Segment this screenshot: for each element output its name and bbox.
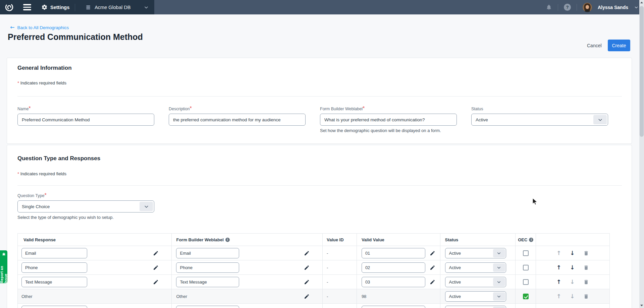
table-row: - Active ↑ ↓ — [18, 246, 609, 260]
required-note: * Indicates required fields — [17, 80, 66, 85]
weblabel-field: Form Builder Weblabel* Set how the demog… — [320, 106, 457, 133]
back-link[interactable]: ← Back to All Demographics — [10, 25, 69, 30]
oec-checkbox[interactable] — [523, 265, 529, 270]
chevron-down-icon — [144, 204, 149, 209]
nav-divider — [558, 4, 558, 11]
weblabel-input[interactable] — [176, 306, 239, 308]
edit-icon[interactable] — [153, 250, 159, 256]
valid-value-input[interactable] — [362, 262, 425, 273]
weblabel-input[interactable] — [176, 262, 239, 273]
chevron-down-icon — [496, 265, 501, 270]
chevron-down-icon — [597, 117, 603, 123]
delete-icon[interactable] — [583, 250, 589, 256]
header-oec: OECi — [516, 234, 536, 246]
divider — [17, 96, 622, 97]
chevron-down-icon[interactable] — [634, 5, 639, 10]
weblabel-input[interactable] — [176, 277, 239, 287]
delete-icon[interactable] — [583, 294, 589, 299]
description-input[interactable] — [169, 114, 306, 126]
row-status-select[interactable]: Active — [445, 277, 506, 287]
report-issue-tab[interactable]: Report an Issue — [0, 250, 7, 283]
section-heading: Question Type and Responses — [17, 155, 100, 162]
cancel-button[interactable]: Cancel — [584, 40, 604, 51]
question-type-card: Question Type and Responses * Indicates … — [7, 145, 632, 308]
valid-response-input[interactable] — [21, 262, 87, 273]
valid-response-input[interactable] — [21, 306, 87, 308]
required-note: * Indicates required fields — [17, 171, 66, 176]
create-button[interactable]: Create — [608, 40, 630, 51]
scrollbar-thumb[interactable] — [640, 6, 644, 137]
edit-icon[interactable] — [430, 265, 435, 270]
name-input[interactable] — [17, 114, 154, 126]
vertical-scrollbar[interactable] — [639, 0, 644, 308]
delete-icon[interactable] — [583, 265, 589, 270]
select-button — [140, 202, 153, 211]
oec-checkbox[interactable] — [523, 294, 529, 299]
nav-divider — [577, 4, 577, 11]
delete-icon[interactable] — [583, 279, 589, 285]
database-selector[interactable]: Acme Global DB — [80, 4, 154, 10]
select-button — [493, 263, 505, 272]
valid-value-input[interactable] — [362, 248, 425, 258]
row-status-select[interactable]: Active — [445, 262, 506, 273]
nav-settings[interactable]: Settings — [41, 4, 69, 10]
oec-checkbox[interactable] — [523, 250, 529, 256]
status-label: Status — [471, 107, 483, 111]
status-select-value: Active — [476, 117, 488, 122]
table-row: - Active ↑ ↓ — [18, 260, 609, 275]
valid-response-input[interactable] — [21, 277, 87, 287]
responses-table: Valid Response Form Builder Weblabeli Va… — [17, 233, 610, 308]
name-field: Name* — [17, 106, 154, 126]
table-row-other: Other Other - 98 Active ↑ ↓ — [18, 289, 609, 304]
weblabel-input[interactable] — [320, 114, 457, 126]
valid-value-static: 98 — [357, 289, 440, 303]
chevron-down-icon — [496, 251, 501, 256]
chevron-down-icon — [144, 5, 149, 10]
weblabel-static: Other — [176, 294, 187, 299]
database-icon — [85, 4, 91, 10]
weblabel-input[interactable] — [176, 248, 239, 258]
back-arrow-icon: ← — [10, 25, 14, 30]
edit-icon[interactable] — [153, 265, 159, 270]
question-type-select[interactable]: Single Choice — [17, 200, 154, 212]
value-id-cell — [323, 304, 357, 308]
row-status-select[interactable]: Active — [445, 291, 506, 302]
edit-icon[interactable] — [304, 279, 310, 285]
edit-icon[interactable] — [153, 279, 159, 285]
scroll-up-arrow-icon[interactable] — [640, 2, 643, 3]
move-down-icon[interactable]: ↓ — [570, 265, 575, 270]
info-icon[interactable]: i — [225, 238, 230, 242]
edit-icon[interactable] — [430, 279, 435, 285]
value-id-cell: - — [323, 275, 357, 289]
info-icon[interactable]: i — [529, 238, 533, 242]
move-down-icon[interactable]: ↓ — [570, 250, 575, 256]
row-status-select[interactable]: Active — [445, 248, 506, 258]
move-up-icon[interactable]: ↑ — [556, 279, 561, 285]
weblabel-label: Form Builder Weblabel — [320, 107, 363, 111]
move-down-icon: ↓ — [570, 294, 575, 299]
move-up-icon[interactable]: ↑ — [556, 265, 561, 270]
user-name[interactable]: Alyssa Sands — [598, 5, 628, 10]
report-issue-label: Report an Issue — [0, 257, 8, 283]
scroll-down-arrow-icon[interactable] — [640, 305, 643, 306]
valid-response-input[interactable] — [21, 248, 87, 258]
user-avatar[interactable] — [583, 3, 592, 12]
edit-icon[interactable] — [304, 265, 310, 270]
valid-value-input[interactable] — [362, 277, 425, 287]
edit-icon[interactable] — [430, 250, 435, 256]
table-row: - Active ↑ ↓ — [18, 275, 609, 289]
valid-value-input[interactable] — [362, 306, 425, 308]
back-link-label: Back to All Demographics — [17, 25, 69, 30]
notification-bell-icon[interactable] — [546, 4, 552, 10]
edit-icon[interactable] — [304, 250, 310, 256]
status-select[interactable]: Active — [471, 114, 608, 126]
select-button — [493, 249, 505, 257]
hamburger-menu-icon[interactable] — [23, 4, 31, 10]
valid-response-static: Other — [18, 289, 172, 303]
edit-icon[interactable] — [304, 294, 310, 299]
help-icon[interactable]: ? — [564, 4, 571, 11]
app-logo-icon[interactable] — [4, 3, 14, 12]
oec-checkbox[interactable] — [523, 279, 529, 285]
row-status-select[interactable] — [445, 306, 506, 308]
nav-divider — [75, 4, 75, 11]
